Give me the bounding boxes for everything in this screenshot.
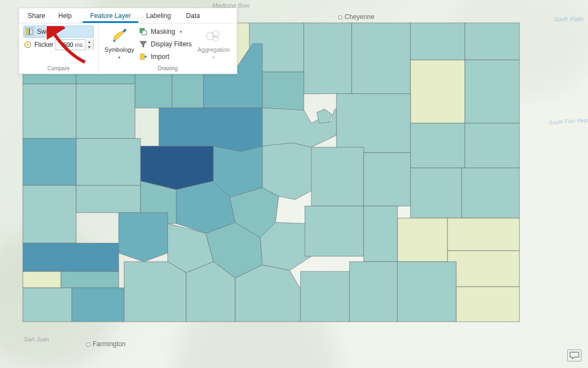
county[interactable]	[364, 153, 411, 206]
tab-data[interactable]: Data	[179, 9, 207, 23]
ribbon-tabs: Share Help Feature Layer Labeling Data	[19, 8, 237, 23]
county[interactable]	[301, 272, 350, 322]
tab-labeling[interactable]: Labeling	[138, 9, 178, 23]
svg-point-5	[113, 40, 115, 42]
county[interactable]	[350, 262, 397, 322]
flicker-label: Flicker	[34, 41, 53, 49]
import-label: Import	[151, 53, 169, 61]
swipe-button[interactable]: Swipe	[23, 26, 94, 38]
county[interactable]	[465, 123, 519, 168]
county[interactable]	[23, 243, 119, 272]
county[interactable]	[76, 185, 140, 213]
group-label-compare: Compare	[23, 64, 94, 74]
menu-share[interactable]: Share	[21, 8, 52, 23]
chevron-down-icon: ▾	[180, 29, 182, 34]
county[interactable]	[23, 288, 72, 322]
tab-feature-layer[interactable]: Feature Layer	[83, 9, 139, 23]
county[interactable]	[364, 206, 397, 262]
masking-label: Masking	[151, 28, 175, 35]
ribbon-body: Swipe Flicker ms ▲ ▼	[19, 23, 237, 74]
svg-rect-8	[140, 54, 144, 59]
popup-toggle-button[interactable]	[567, 349, 581, 361]
aggregation-icon	[204, 27, 223, 45]
county[interactable]	[462, 168, 519, 218]
county[interactable]	[140, 146, 213, 190]
svg-point-4	[27, 44, 28, 45]
county[interactable]	[411, 60, 465, 123]
symbology-icon	[110, 27, 128, 45]
county[interactable]	[397, 218, 448, 262]
county[interactable]	[23, 84, 76, 138]
county[interactable]	[336, 94, 411, 153]
county[interactable]	[305, 206, 364, 256]
county[interactable]	[411, 23, 465, 60]
flicker-icon	[23, 40, 32, 49]
svg-rect-1	[30, 29, 33, 35]
chevron-down-icon: ▾	[118, 55, 120, 60]
menu-help[interactable]: Help	[52, 8, 78, 23]
city-label-farmington: Farmington	[86, 340, 126, 348]
filter-icon	[139, 40, 148, 49]
county[interactable]	[411, 123, 465, 168]
ribbon: Share Help Feature Layer Labeling Data S…	[19, 8, 237, 74]
import-button[interactable]: Import	[138, 51, 195, 63]
import-icon	[139, 52, 148, 61]
county[interactable]	[76, 138, 140, 185]
county[interactable]	[262, 72, 304, 110]
display-filters-label: Display Filters	[151, 40, 192, 48]
county[interactable]	[76, 84, 135, 138]
masking-button[interactable]: Masking ▾	[138, 26, 195, 38]
county[interactable]	[352, 23, 411, 94]
county[interactable]	[119, 213, 168, 262]
speech-bubble-icon	[569, 352, 579, 359]
county[interactable]	[465, 60, 519, 123]
aggregation-button[interactable]: Aggregation▾	[197, 26, 230, 64]
flicker-interval-spinner[interactable]: ms ▲ ▼	[56, 39, 94, 50]
county[interactable]	[72, 288, 124, 322]
county[interactable]	[235, 265, 301, 322]
county[interactable]	[23, 185, 76, 243]
swipe-icon	[25, 27, 34, 36]
county[interactable]	[23, 272, 61, 288]
chevron-down-icon: ▾	[212, 55, 215, 60]
symbology-button[interactable]: Symbology▾	[103, 26, 136, 64]
river-label-south-fork-republican: South Fork Republican	[549, 116, 588, 125]
county[interactable]	[61, 272, 119, 288]
display-filters-button[interactable]: Display Filters	[138, 38, 195, 50]
masking-icon	[139, 27, 148, 36]
county[interactable]	[304, 23, 352, 94]
county[interactable]	[23, 138, 76, 185]
county[interactable]	[124, 262, 186, 322]
flicker-spin-up[interactable]: ▲	[85, 39, 93, 45]
county[interactable]	[311, 147, 364, 206]
svg-rect-0	[27, 29, 29, 35]
group-label-drawing: Drawing	[103, 64, 232, 74]
group-drawing: Symbology▾ Masking ▾ Display F	[99, 23, 237, 74]
county[interactable]	[448, 218, 519, 251]
county[interactable]	[172, 70, 204, 108]
river-label-south-platte: South Platte	[554, 16, 584, 22]
symbology-label: Symbology	[105, 46, 134, 53]
county[interactable]	[465, 23, 519, 60]
county[interactable]	[411, 168, 462, 218]
flicker-value-input[interactable]	[56, 40, 75, 50]
aggregation-label: Aggregation	[198, 46, 230, 53]
flicker-unit: ms	[75, 41, 85, 48]
county[interactable]	[159, 108, 262, 152]
county[interactable]	[456, 287, 519, 322]
county[interactable]	[448, 251, 519, 287]
swipe-label: Swipe	[37, 28, 55, 35]
flicker-spin-down[interactable]: ▼	[85, 45, 93, 50]
group-compare: Swipe Flicker ms ▲ ▼	[19, 23, 99, 74]
county[interactable]	[317, 109, 332, 123]
county[interactable]	[397, 262, 456, 322]
svg-rect-7	[142, 31, 146, 35]
